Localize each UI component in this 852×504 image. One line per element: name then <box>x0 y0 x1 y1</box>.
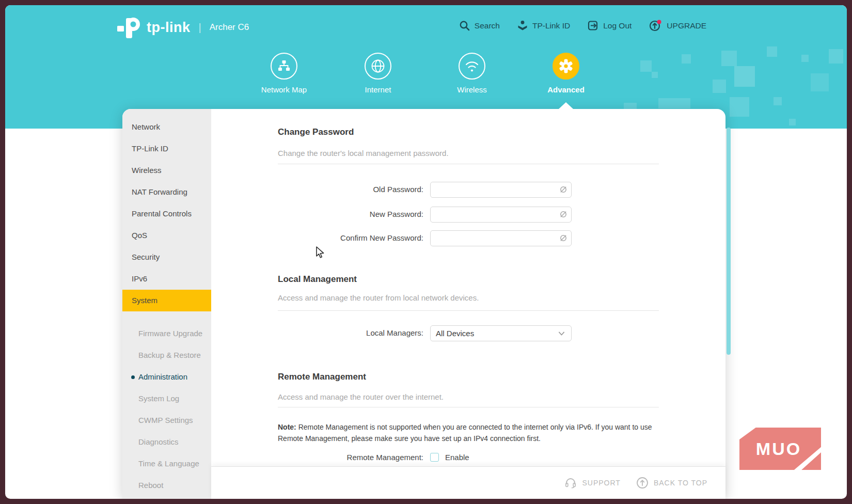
section-desc-remote-management: Access and manage the router over the in… <box>278 392 444 401</box>
sidebar-item-parental-controls[interactable]: Parental Controls <box>122 203 211 225</box>
upgrade-label: UPGRADE <box>667 21 706 30</box>
sidebar-main-menu: NetworkTP-Link IDWirelessNAT ForwardingP… <box>122 116 211 311</box>
support-label: SUPPORT <box>582 479 620 487</box>
card-footer: SUPPORT BACK TO TOP <box>211 466 725 499</box>
scrollbar-thumb[interactable] <box>727 128 731 355</box>
tp-link-logo-icon <box>116 14 142 40</box>
tplink-id-button[interactable]: TP-Link ID <box>517 20 570 31</box>
sidebar-subitem-system-log[interactable]: System Log <box>122 388 211 410</box>
local-managers-value: All Devices <box>436 329 557 338</box>
new-password-row: New Password: <box>278 207 659 223</box>
confirm-new-password-input-wrap <box>430 230 572 246</box>
logout-button[interactable]: Log Out <box>588 20 632 31</box>
enable-checkbox-label: Enable <box>445 453 469 462</box>
tab-internet[interactable]: Internet <box>344 53 412 94</box>
sidebar-item-tp-link-id[interactable]: TP-Link ID <box>122 138 211 160</box>
sidebar-subitem-reboot[interactable]: Reboot <box>122 475 211 496</box>
content-card: NetworkTP-Link IDWirelessNAT ForwardingP… <box>122 109 725 499</box>
tab-label: Wireless <box>438 85 506 94</box>
deco-pixel <box>801 55 809 62</box>
local-managers-select[interactable]: All Devices <box>430 325 572 341</box>
sidebar-subitem-backup-restore[interactable]: Backup & Restore <box>122 344 211 366</box>
section-divider <box>278 164 659 164</box>
gear-icon <box>553 53 579 80</box>
section-desc-local-management: Access and manage the router from local … <box>278 293 479 302</box>
new-password-input-wrap <box>430 207 572 223</box>
deco-pixel <box>734 66 755 87</box>
arrow-up-circle-icon <box>636 477 649 489</box>
brand-logo: tp-link | Archer C6 <box>116 14 249 40</box>
old-password-input[interactable] <box>430 182 572 198</box>
network-map-icon <box>271 53 297 80</box>
sidebar: NetworkTP-Link IDWirelessNAT ForwardingP… <box>122 109 211 499</box>
sidebar-item-ipv6[interactable]: IPv6 <box>122 268 211 290</box>
local-managers-row: Local Managers: All Devices <box>278 325 659 341</box>
logout-label: Log Out <box>603 21 632 30</box>
user-icon <box>517 20 528 31</box>
tab-wireless[interactable]: Wireless <box>438 53 506 94</box>
eye-slash-icon[interactable] <box>559 185 568 196</box>
sidebar-item-wireless[interactable]: Wireless <box>122 160 211 181</box>
search-button[interactable]: Search <box>459 20 500 31</box>
back-to-top-label: BACK TO TOP <box>654 479 707 487</box>
sidebar-sub-menu: Firmware UpgradeBackup & RestoreAdminist… <box>122 323 211 496</box>
section-divider <box>278 407 659 407</box>
upgrade-badge-dot <box>657 20 661 24</box>
tab-label: Advanced <box>532 85 600 94</box>
page-frame: tp-link | Archer C6 Search TP-Link ID <box>5 5 847 499</box>
upgrade-button[interactable]: UPGRADE <box>649 20 706 32</box>
muo-watermark: MUO <box>739 428 821 470</box>
confirm-new-password-label: Confirm New Password: <box>278 233 423 242</box>
remote-management-row: Remote Management: Enable <box>278 452 659 464</box>
deco-pixel <box>789 119 796 125</box>
new-password-input[interactable] <box>430 207 572 223</box>
active-tab-notch <box>559 102 573 109</box>
tplink-id-label: TP-Link ID <box>532 21 570 30</box>
headset-icon <box>564 477 577 489</box>
remote-management-label: Remote Management: <box>278 453 423 462</box>
mouse-cursor <box>315 246 325 259</box>
sidebar-item-nat-forwarding[interactable]: NAT Forwarding <box>122 181 211 203</box>
old-password-input-wrap <box>430 182 572 198</box>
sidebar-item-security[interactable]: Security <box>122 246 211 268</box>
brand-name: tp-link <box>147 20 191 36</box>
section-title-remote-management: Remote Management <box>278 372 366 382</box>
tab-network-map[interactable]: Network Map <box>250 53 318 94</box>
confirm-new-password-row: Confirm New Password: <box>278 230 659 246</box>
new-password-label: New Password: <box>278 210 423 218</box>
sidebar-subitem-firmware-upgrade[interactable]: Firmware Upgrade <box>122 323 211 344</box>
brand-separator: | <box>199 22 201 34</box>
deco-pixel <box>811 73 829 91</box>
search-label: Search <box>475 21 500 30</box>
eye-slash-icon[interactable] <box>559 233 568 245</box>
router-model: Archer C6 <box>210 22 249 33</box>
sidebar-item-qos[interactable]: QoS <box>122 225 211 246</box>
deco-pixel <box>829 49 843 64</box>
sidebar-subitem-administration[interactable]: Administration <box>122 366 211 388</box>
chevron-down-icon <box>557 329 566 338</box>
tab-advanced[interactable]: Advanced <box>532 53 600 94</box>
deco-pixel <box>774 97 782 105</box>
main-content: Change Password Change the router's loca… <box>278 109 659 499</box>
logout-icon <box>588 20 598 31</box>
remote-management-checkbox[interactable] <box>430 453 439 462</box>
sidebar-item-system[interactable]: System <box>122 290 211 311</box>
old-password-row: Old Password: <box>278 182 659 198</box>
note-text: Remote Management is not supported when … <box>278 423 652 443</box>
remote-management-note: Note: Remote Management is not supported… <box>278 421 659 444</box>
back-to-top-button[interactable]: BACK TO TOP <box>636 477 707 489</box>
main-nav-tabs: Network Map Internet <box>122 53 725 109</box>
section-desc-change-password: Change the router's local management pas… <box>278 149 449 158</box>
support-button[interactable]: SUPPORT <box>564 477 620 489</box>
tab-label: Internet <box>344 85 412 94</box>
sidebar-subitem-time-language[interactable]: Time & Language <box>122 453 211 475</box>
sidebar-item-network[interactable]: Network <box>122 116 211 138</box>
confirm-new-password-input[interactable] <box>430 230 572 246</box>
eye-slash-icon[interactable] <box>559 210 568 221</box>
sidebar-subitem-diagnostics[interactable]: Diagnostics <box>122 431 211 453</box>
local-managers-label: Local Managers: <box>278 328 423 337</box>
sidebar-subitem-cwmp-settings[interactable]: CWMP Settings <box>122 410 211 431</box>
note-label: Note: <box>278 423 296 431</box>
search-icon <box>459 20 470 31</box>
section-divider <box>278 310 659 311</box>
